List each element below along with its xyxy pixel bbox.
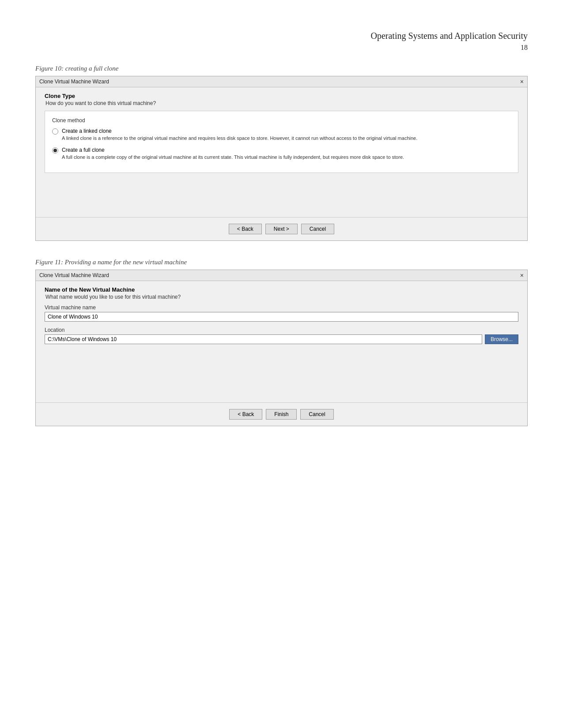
clone-method-label: Clone method — [52, 117, 511, 124]
clone-type-dialog: Clone Virtual Machine Wizard × Clone Typ… — [35, 76, 528, 241]
close-button-2[interactable]: × — [520, 272, 524, 279]
linked-clone-option[interactable]: Create a linked clone A linked clone is … — [52, 128, 511, 142]
linked-clone-radio[interactable] — [52, 128, 58, 135]
linked-clone-desc: A linked clone is a reference to the ori… — [62, 135, 417, 142]
cancel-button-2[interactable]: Cancel — [300, 409, 333, 420]
vm-name-field-group: Virtual machine name — [45, 304, 518, 327]
vm-name-label: Virtual machine name — [45, 304, 518, 311]
page-header: Operating Systems and Application Securi… — [0, 18, 563, 41]
section-title-2: Name of the New Virtual Machine — [45, 286, 518, 293]
dialog-content-2: Name of the New Virtual Machine What nam… — [36, 281, 527, 394]
dialog-footer-2: < Back Finish Cancel — [36, 402, 527, 426]
finish-button[interactable]: Finish — [266, 409, 297, 420]
clone-method-box: Clone method Create a linked clone A lin… — [45, 111, 518, 173]
linked-clone-label: Create a linked clone — [62, 128, 417, 134]
dialog-titlebar-1: Clone Virtual Machine Wizard × — [36, 76, 527, 87]
next-button-1[interactable]: Next > — [265, 224, 298, 234]
section-subtitle-2: What name would you like to use for this… — [45, 294, 518, 300]
back-button-2[interactable]: < Back — [229, 409, 262, 420]
dialog-footer-1: < Back Next > Cancel — [36, 217, 527, 240]
dialog-title-2: Clone Virtual Machine Wizard — [39, 272, 109, 278]
location-row: Browse... — [45, 334, 518, 344]
full-clone-radio[interactable] — [52, 147, 58, 154]
dialog-content-1: Clone Type How do you want to clone this… — [36, 87, 527, 208]
section-subtitle-1: How do you want to clone this virtual ma… — [45, 100, 518, 106]
empty-space-1 — [45, 173, 518, 208]
full-clone-option[interactable]: Create a full clone A full clone is a co… — [52, 147, 511, 161]
page-number: 18 — [0, 44, 563, 52]
location-input[interactable] — [45, 334, 482, 344]
name-dialog: Clone Virtual Machine Wizard × Name of t… — [35, 270, 528, 426]
close-button-1[interactable]: × — [520, 78, 524, 85]
dialog-titlebar-2: Clone Virtual Machine Wizard × — [36, 270, 527, 281]
empty-space-2 — [45, 349, 518, 394]
dialog-title-1: Clone Virtual Machine Wizard — [39, 79, 109, 85]
full-clone-label: Create a full clone — [62, 147, 404, 153]
back-button-1[interactable]: < Back — [229, 224, 262, 234]
vm-name-input[interactable] — [45, 312, 518, 322]
full-clone-desc: A full clone is a complete copy of the o… — [62, 154, 404, 161]
figure10-label: Figure 10: creating a full clone — [0, 65, 563, 72]
browse-button[interactable]: Browse... — [485, 334, 518, 344]
page-title: Operating Systems and Application Securi… — [371, 31, 528, 41]
cancel-button-1[interactable]: Cancel — [301, 224, 334, 234]
location-field-group: Location Browse... — [45, 327, 518, 344]
figure-spacer — [0, 241, 563, 254]
figure11-label: Figure 11: Providing a name for the new … — [0, 259, 563, 266]
section-title-1: Clone Type — [45, 93, 518, 99]
location-label: Location — [45, 327, 518, 333]
